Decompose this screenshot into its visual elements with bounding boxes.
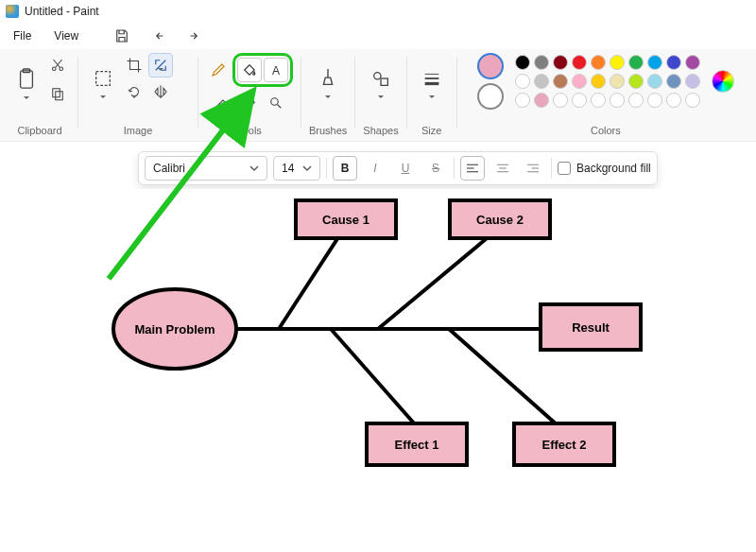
svg-line-14 bbox=[331, 329, 416, 425]
color-swatch[interactable] bbox=[666, 74, 681, 89]
strike-button[interactable]: S bbox=[423, 156, 448, 181]
font-size-value: 14 bbox=[282, 162, 294, 175]
align-center-button[interactable] bbox=[490, 156, 515, 181]
flip-icon bbox=[152, 83, 169, 100]
color-swatch[interactable] bbox=[647, 93, 662, 108]
svg-rect-5 bbox=[56, 92, 63, 100]
color-swatch[interactable] bbox=[647, 55, 662, 70]
underline-button[interactable]: U bbox=[393, 156, 418, 181]
ribbon: Clipboard bbox=[0, 49, 756, 142]
color-swatch[interactable] bbox=[553, 74, 568, 89]
window-title: Untitled - Paint bbox=[25, 5, 99, 18]
text-tool[interactable]: A bbox=[264, 58, 288, 82]
size-icon bbox=[421, 68, 442, 89]
background-fill-checkbox[interactable] bbox=[558, 162, 571, 175]
color-swatch[interactable] bbox=[591, 93, 606, 108]
align-right-button[interactable] bbox=[521, 156, 545, 181]
magnifier-icon bbox=[267, 95, 284, 112]
color-swatch[interactable] bbox=[628, 93, 644, 108]
picker-tool[interactable] bbox=[237, 91, 262, 115]
redo-button[interactable] bbox=[179, 25, 205, 47]
select-button[interactable] bbox=[86, 53, 120, 104]
color-swatch[interactable] bbox=[553, 55, 568, 70]
svg-text:A: A bbox=[272, 64, 280, 78]
eraser-tool[interactable] bbox=[211, 91, 235, 115]
font-family-select[interactable]: Calibri bbox=[145, 156, 267, 181]
menu-view[interactable]: View bbox=[44, 26, 88, 46]
select-icon bbox=[93, 68, 113, 89]
cut-button[interactable] bbox=[45, 53, 70, 78]
pencil-tool[interactable] bbox=[206, 58, 231, 82]
paste-button[interactable] bbox=[9, 54, 43, 105]
shapes-button[interactable] bbox=[364, 53, 398, 104]
brushes-button[interactable] bbox=[311, 53, 345, 104]
node-result-label: Result bbox=[572, 320, 610, 335]
edit-colors-button[interactable] bbox=[712, 70, 734, 93]
color-swatch[interactable] bbox=[610, 74, 625, 89]
group-brushes: Brushes bbox=[305, 53, 351, 136]
group-image: Image bbox=[82, 53, 194, 136]
color-swatch[interactable] bbox=[553, 93, 568, 108]
group-label-brushes: Brushes bbox=[309, 125, 347, 136]
color-swatch[interactable] bbox=[534, 74, 549, 89]
color1-swatch[interactable] bbox=[477, 53, 504, 79]
align-left-button[interactable] bbox=[460, 156, 485, 181]
color-palette bbox=[515, 55, 700, 108]
size-button[interactable] bbox=[415, 53, 449, 104]
eyedropper-icon bbox=[241, 95, 258, 112]
menu-file[interactable]: File bbox=[4, 26, 41, 46]
color-swatch[interactable] bbox=[572, 74, 587, 89]
save-button[interactable] bbox=[109, 25, 135, 47]
color-swatch[interactable] bbox=[515, 55, 530, 70]
flip-button[interactable] bbox=[148, 79, 173, 104]
color-swatch[interactable] bbox=[591, 74, 606, 89]
color2-swatch[interactable] bbox=[477, 83, 504, 110]
text-toolbar: Calibri 14 B I U S Background fill bbox=[138, 151, 658, 185]
titlebar: Untitled - Paint bbox=[0, 0, 756, 23]
fill-tool[interactable] bbox=[237, 58, 262, 82]
copy-button[interactable] bbox=[45, 81, 70, 106]
color-swatch[interactable] bbox=[628, 55, 644, 70]
crop-button[interactable] bbox=[122, 53, 146, 78]
bold-button[interactable]: B bbox=[333, 156, 357, 181]
color-swatch[interactable] bbox=[666, 55, 681, 70]
align-left-icon bbox=[464, 160, 481, 177]
align-center-icon bbox=[494, 160, 511, 177]
color-swatch[interactable] bbox=[534, 55, 549, 70]
svg-rect-0 bbox=[21, 71, 33, 88]
divider bbox=[77, 57, 78, 129]
resize-button[interactable] bbox=[148, 53, 173, 78]
color-swatch[interactable] bbox=[685, 74, 700, 89]
bucket-icon bbox=[241, 61, 258, 78]
paste-icon bbox=[16, 67, 37, 92]
group-tools: A Tools bbox=[202, 53, 297, 136]
color-swatch[interactable] bbox=[515, 93, 530, 108]
group-clipboard: Clipboard bbox=[6, 53, 74, 136]
svg-rect-6 bbox=[96, 72, 111, 86]
separator bbox=[551, 158, 552, 179]
group-label-image: Image bbox=[124, 125, 153, 136]
magnifier-tool[interactable] bbox=[264, 91, 288, 115]
undo-button[interactable] bbox=[148, 25, 175, 47]
color-swatch[interactable] bbox=[591, 55, 606, 70]
color-swatch[interactable] bbox=[685, 93, 700, 108]
rotate-button[interactable] bbox=[122, 79, 146, 104]
rotate-icon bbox=[126, 83, 143, 100]
color-swatch[interactable] bbox=[647, 74, 662, 89]
canvas[interactable]: Main Problem Cause 1 Cause 2 Result Effe… bbox=[0, 189, 756, 552]
color-swatch[interactable] bbox=[666, 93, 681, 108]
color-swatch[interactable] bbox=[610, 55, 625, 70]
color-swatch[interactable] bbox=[610, 93, 625, 108]
separator bbox=[326, 158, 327, 179]
color-swatch[interactable] bbox=[685, 55, 700, 70]
color-swatch[interactable] bbox=[572, 55, 587, 70]
color-swatch[interactable] bbox=[534, 93, 549, 108]
italic-button[interactable]: I bbox=[363, 156, 387, 181]
font-size-select[interactable]: 14 bbox=[273, 156, 320, 181]
redo-icon bbox=[183, 27, 200, 44]
color-swatch[interactable] bbox=[515, 74, 530, 89]
resize-icon bbox=[152, 57, 169, 74]
color-swatch[interactable] bbox=[628, 74, 644, 89]
copy-icon bbox=[49, 85, 66, 102]
color-swatch[interactable] bbox=[572, 93, 587, 108]
